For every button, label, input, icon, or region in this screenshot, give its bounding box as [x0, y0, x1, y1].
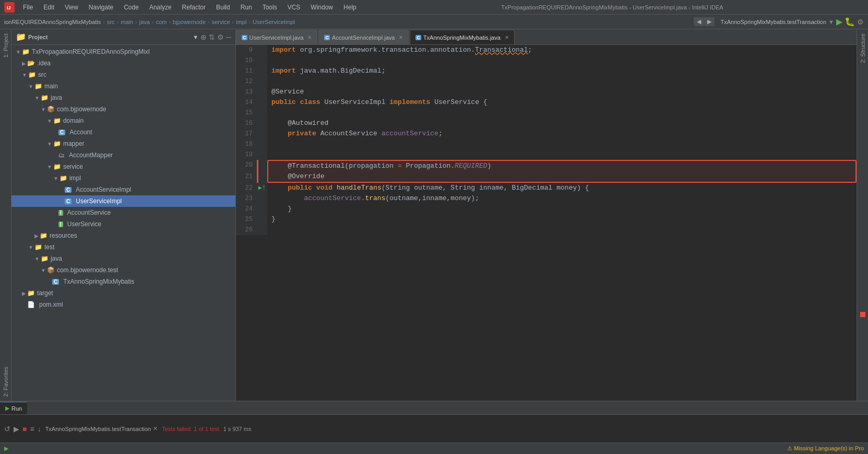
domain-arrow-icon: ▼: [47, 118, 52, 124]
line-content-26: [267, 225, 857, 235]
rerun-button[interactable]: ↺: [4, 425, 10, 433]
resources-arrow-icon: ▶: [34, 233, 39, 239]
debug-button[interactable]: 🐛: [845, 17, 855, 27]
tab-userserviceimpl-close[interactable]: ✕: [307, 34, 312, 40]
tree-item-userservice[interactable]: ▶ I UserService: [11, 218, 235, 230]
right-sidebar: 2: Structure: [857, 29, 868, 401]
idea-folder-icon: 📂: [27, 60, 35, 67]
main-arrow-icon: ▼: [28, 84, 33, 89]
tab-txannospringmixmybatis[interactable]: C TxAnnoSpringMixMybatis.java ✕: [410, 30, 514, 44]
line-num-9: 9: [236, 45, 257, 55]
tree-item-src[interactable]: ▼ 📁 src: [11, 69, 235, 80]
menu-analyze[interactable]: Analyze: [145, 3, 176, 12]
tree-item-java[interactable]: ▼ 📁 java: [11, 92, 235, 103]
breadcrumb-src[interactable]: src: [107, 19, 115, 25]
tree-item-idea[interactable]: ▶ 📂 .idea: [11, 57, 235, 69]
line-num-26: 26: [236, 225, 257, 235]
run-button[interactable]: ▶: [836, 17, 842, 27]
tree-item-testjava[interactable]: ▼ 📁 java: [11, 253, 235, 264]
scroll-button[interactable]: ↓: [38, 425, 41, 433]
line-content-18: [267, 139, 857, 149]
tree-item-txanno[interactable]: ▶ C TxAnnoSpringMixMybatis: [11, 276, 235, 287]
testjava-label: java: [51, 255, 62, 262]
tree-root[interactable]: ▼ 📁 TxPropagationREQUIREDAnnoSpringMixI: [11, 46, 235, 57]
tree-item-main[interactable]: ▼ 📁 main: [11, 80, 235, 92]
breadcrumb-service[interactable]: service: [212, 19, 230, 25]
menu-window[interactable]: Window: [306, 3, 337, 12]
menu-help[interactable]: Help: [339, 3, 361, 12]
breadcrumb-class[interactable]: UserServiceImpl: [253, 19, 295, 25]
main-label: main: [44, 83, 58, 90]
tree-item-test[interactable]: ▼ 📁 test: [11, 241, 235, 253]
tree-item-mapper[interactable]: ▼ 📁 mapper: [11, 138, 235, 149]
domain-folder-icon: 📁: [53, 117, 61, 124]
tab-userserviceimpl[interactable]: C UserServiceImpl.java ✕: [236, 30, 317, 44]
svg-text:IJ: IJ: [7, 5, 11, 10]
menu-build[interactable]: Build: [212, 3, 234, 12]
tree-item-accountmapper[interactable]: ▶ 🗂 AccountMapper: [11, 149, 235, 161]
minimize-icon[interactable]: ─: [226, 33, 231, 41]
forward-nav-button[interactable]: ▶: [704, 17, 715, 26]
tree-item-testpackage[interactable]: ▼ 📦 com.bjpowernode.test: [11, 264, 235, 276]
target-folder-icon: 📁: [27, 289, 35, 297]
breadcrumb-com[interactable]: com: [156, 19, 167, 25]
back-nav-button[interactable]: ◀: [694, 17, 704, 26]
breadcrumb-java[interactable]: java: [139, 19, 150, 25]
code-editor[interactable]: 9 import org.springframework.transaction…: [236, 45, 857, 401]
menu-view[interactable]: View: [61, 3, 82, 12]
root-label: TxPropagationREQUIREDAnnoSpringMixI: [32, 48, 150, 55]
tab-project-vertical[interactable]: 1: Project: [1, 29, 10, 62]
run-tab-close[interactable]: ✕: [153, 425, 158, 432]
menu-tools[interactable]: Tools: [258, 3, 281, 12]
breadcrumb-impl[interactable]: impl: [236, 19, 246, 25]
menu-refactor[interactable]: Refactor: [178, 3, 210, 12]
run-again-button[interactable]: ▶: [14, 425, 19, 433]
filter-button[interactable]: ≡: [30, 425, 34, 433]
tab-accountserviceimpl-close[interactable]: ✕: [399, 34, 403, 40]
settings-button[interactable]: ⚙: [857, 18, 864, 26]
menu-edit[interactable]: Edit: [39, 3, 58, 12]
menu-run[interactable]: Run: [236, 3, 256, 12]
tree-item-target[interactable]: ▶ 📁 target: [11, 287, 235, 299]
breadcrumb-root[interactable]: ionREQUIREDAnnoSpringMixMybatis: [4, 19, 101, 25]
tab-structure-vertical[interactable]: 2: Structure: [858, 29, 867, 67]
tree-item-impl[interactable]: ▼ 📁 impl: [11, 172, 235, 184]
tree-item-accountservice[interactable]: ▶ I AccountService: [11, 207, 235, 218]
tree-item-accountserviceimpl[interactable]: ▶ C AccountServiceImpl: [11, 184, 235, 195]
test-arrow-icon: ▼: [28, 245, 33, 250]
breadcrumb-bjpowernode[interactable]: bjpowernode: [173, 19, 206, 25]
stop-button[interactable]: ■: [22, 425, 27, 433]
run-config-dropdown[interactable]: ▼: [828, 19, 834, 25]
status-warning[interactable]: ⚠ Missing Language(s) in Pro: [787, 445, 864, 452]
scroll-icon[interactable]: ⇅: [209, 33, 215, 41]
project-panel-dropdown[interactable]: ▼: [193, 34, 198, 40]
breadcrumb-main[interactable]: main: [121, 19, 133, 25]
idea-label: .idea: [37, 60, 51, 67]
src-label: src: [38, 71, 46, 78]
tree-item-domain[interactable]: ▼ 📁 domain: [11, 115, 235, 126]
line-num-24: 24: [236, 204, 257, 214]
menu-code[interactable]: Code: [120, 3, 143, 12]
tree-item-resources[interactable]: ▶ 📁 resources: [11, 230, 235, 241]
tab-run[interactable]: ▶ Run: [0, 402, 27, 414]
project-panel-header: 📁 Project ▼ ⊕ ⇅ ⚙ ─: [11, 29, 235, 45]
locate-icon[interactable]: ⊕: [200, 33, 207, 41]
code-line-22: 22 ▶! public void handleTrans(String out…: [236, 183, 857, 193]
project-panel-folder-icon: 📁: [16, 32, 26, 42]
run-config-display: TxAnnoSpringMixMybatis.testTransaction: [45, 426, 151, 432]
tree-item-userserviceimpl[interactable]: ▶ C UserServiceImpl: [11, 195, 235, 207]
line-num-16: 16: [236, 118, 257, 129]
settings-icon[interactable]: ⚙: [217, 33, 224, 41]
menu-vcs[interactable]: VCS: [283, 3, 305, 12]
tabs-bar: C UserServiceImpl.java ✕ C AccountServic…: [236, 29, 857, 45]
tree-item-service[interactable]: ▼ 📁 service: [11, 161, 235, 172]
menu-file[interactable]: File: [19, 3, 37, 12]
tree-item-package[interactable]: ▼ 📦 com.bjpowernode: [11, 103, 235, 115]
tab-accountserviceimpl[interactable]: C AccountServiceImpl.java ✕: [318, 30, 409, 44]
tab-favorites-vertical[interactable]: 2: Favorites: [1, 363, 10, 401]
menu-navigate[interactable]: Navigate: [85, 3, 117, 12]
tree-item-pomxml[interactable]: ▶ 📄 pom.xml: [11, 299, 235, 310]
tab-txanno-close[interactable]: ✕: [505, 34, 509, 40]
line-gutter-23: [257, 193, 267, 204]
tree-item-account[interactable]: ▶ C Account: [11, 126, 235, 138]
